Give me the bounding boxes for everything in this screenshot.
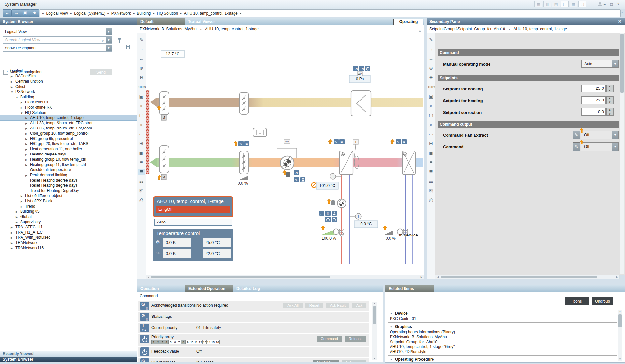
tree-item[interactable]: ▶H/C group 65, precontrol (0, 136, 137, 141)
tree-item[interactable]: ▶H/C grp_20, flow temp_ctrl, TABS (0, 141, 137, 146)
priority-cell[interactable]: 5 (168, 340, 173, 344)
manual-operating-mode-select[interactable]: Auto ▼ (581, 60, 619, 68)
priority-cell[interactable]: 8 (181, 340, 185, 344)
layers-icon[interactable]: ≡ (138, 160, 145, 165)
priority-cell[interactable]: 13 (202, 340, 206, 344)
search-input[interactable]: Search Logical View ⌕ ▼ (3, 36, 112, 44)
zoom-out-icon[interactable]: ⊖ (138, 75, 145, 80)
layers-icon[interactable]: ≡ (428, 160, 434, 165)
maximize-icon[interactable]: □ (610, 2, 616, 7)
tree-item[interactable]: ▶TRA_H1_ATEC (0, 230, 137, 235)
tree-item[interactable]: ▶AHU 33, temp_&hum_ctrl,ERC strat (0, 120, 137, 126)
setpoint-heating-stepper[interactable] (606, 96, 614, 104)
setpoint-correction-stepper[interactable] (606, 108, 614, 116)
in-service-button[interactable]: In Service (342, 360, 366, 362)
description-select[interactable]: Show Description▼ (3, 45, 112, 52)
rect-select-icon[interactable]: ▭ (138, 131, 145, 137)
tree-item[interactable]: ▶Heating group 10, flow temp_ctrl (0, 157, 137, 162)
tree-item[interactable]: ▶CentralFunction (0, 79, 137, 84)
tree-item[interactable]: ▶BACnetSim (0, 74, 137, 79)
breadcrumb-segment[interactable]: Building (137, 11, 151, 16)
tree-item[interactable]: ▶TRA_With_NotUsed (0, 235, 137, 240)
breadcrumb-search-icon[interactable]: ⌕ (621, 10, 623, 15)
ahu-mode-field[interactable]: Auto (154, 219, 232, 226)
section-expander-icon[interactable]: ▼ (390, 358, 392, 361)
command-select[interactable]: Off ▼ (581, 142, 619, 151)
chevron-down-icon[interactable]: ▼ (612, 143, 618, 151)
tree-item[interactable]: ▶Global (0, 214, 137, 219)
magnifier-icon[interactable]: ⌕ (138, 103, 145, 109)
tree-item[interactable]: ▶Heating group 11, flow temp_ctrl (0, 162, 137, 167)
reset-button[interactable]: Reset (305, 303, 323, 308)
tab-related-items[interactable]: Related Items (385, 285, 434, 292)
priority-cell[interactable]: 1 (151, 340, 156, 344)
priority-cell[interactable]: 16 (215, 340, 220, 344)
close-icon[interactable]: × (617, 2, 623, 7)
tree-item[interactable]: Trend for Heating DegreDay (0, 188, 137, 193)
priority-cell[interactable]: 6 (173, 340, 177, 344)
chevron-down-icon[interactable]: ▼ (106, 28, 112, 35)
ahu-object-box[interactable]: AHU 10, temp_control, 1-stage EmgOff (153, 196, 233, 217)
forward-button[interactable]: → (12, 9, 21, 17)
related-item[interactable]: AHU 10, temp,control, 1-stage "Grey" (390, 344, 455, 349)
tab-operation[interactable]: Operation (137, 285, 185, 292)
favorite-button[interactable]: ★ (30, 9, 39, 17)
setpoint-cooling-stepper[interactable] (606, 85, 614, 92)
view-select[interactable]: Logical View▼ (3, 28, 112, 35)
priority-cell[interactable]: 10 (190, 340, 194, 344)
canvas-hscrollbar[interactable]: ◄ ► (146, 275, 424, 279)
command-fan-extract-select[interactable]: Off ▼ (581, 131, 619, 139)
related-section-header[interactable]: ▼Graphics (390, 324, 412, 329)
tree-item[interactable]: ▶Heat generation 11, one boiler (0, 146, 137, 152)
zoom-fit-icon[interactable]: ▣ (138, 94, 145, 99)
select-area-icon[interactable]: ▢ (138, 113, 145, 118)
zoom-out-icon[interactable]: ⊖ (428, 75, 434, 80)
frame-icon[interactable]: ▣ (138, 150, 145, 156)
filter-icon[interactable] (117, 38, 121, 43)
tree-item[interactable]: ▼HQ Solution (0, 110, 137, 115)
tree-item[interactable]: ▶TRANetwork (0, 240, 137, 245)
related-item[interactable]: PXNetwork_B_Solutions_MyAhu (390, 335, 447, 339)
setpoint-heating-field[interactable]: 22.0 (581, 96, 606, 104)
zoom-fit-icon[interactable]: ▣ (428, 94, 434, 99)
filter-lines-icon[interactable]: ⚏ (138, 179, 145, 184)
pan-right-icon[interactable]: → (138, 47, 145, 52)
tree-item[interactable]: ▶TRANetwork116 (0, 245, 137, 250)
tab-detailed-log[interactable]: Detailed Log (233, 285, 281, 292)
breadcrumb-segment[interactable]: Logical View (46, 11, 68, 16)
pen-icon[interactable]: ✎ (138, 37, 145, 43)
breadcrumb[interactable]: ▸Logical View▸Logical (System1)▸PXNetwor… (40, 9, 621, 17)
tree-item[interactable]: ▶Trend (0, 204, 137, 209)
related-section-header[interactable]: ▼Operating Procedure (390, 357, 434, 362)
tab-default[interactable]: Default (137, 18, 185, 25)
grid-icon[interactable]: ⊞ (138, 141, 145, 146)
tree-item[interactable]: ▶Cool_group 10, flow temp_control (0, 131, 137, 136)
tree-item[interactable]: Outside air temperature (0, 167, 137, 172)
zoom-in-icon[interactable]: ⊕ (138, 65, 145, 71)
command-button[interactable]: Command (317, 336, 342, 342)
layout-blank-icon[interactable]: ▢ (561, 1, 569, 7)
chevron-down-icon[interactable]: ▼ (612, 131, 618, 139)
ack-all-button[interactable]: Ack All (283, 303, 303, 308)
save-icon[interactable] (126, 45, 130, 49)
icons-button[interactable]: Icons (565, 297, 589, 305)
frame-icon[interactable]: ▣ (428, 150, 434, 156)
edit-pencil-icon[interactable]: ✎ (573, 131, 580, 139)
secondary-vscrollbar[interactable] (620, 33, 624, 274)
breadcrumb-segment[interactable]: PXNetwork (111, 11, 131, 16)
pan-right-icon[interactable]: → (428, 47, 434, 52)
minimize-icon[interactable]: – (604, 2, 609, 7)
recently-viewed-bar[interactable]: Recently Viewed (0, 350, 137, 357)
priority-cell[interactable]: 9 (185, 340, 190, 344)
tab-textual-viewer[interactable]: Textual Viewer (185, 18, 232, 25)
magnifier-icon[interactable]: ⌕ (428, 103, 434, 109)
close-icon[interactable]: ✕ (618, 18, 622, 25)
ungroup-button[interactable]: Ungroup (592, 297, 613, 305)
setpoint-cooling-field[interactable]: 25.0 (581, 85, 606, 92)
print-icon[interactable]: ⎙ (138, 197, 145, 203)
search-icon[interactable]: ⌕ (102, 37, 104, 44)
priority-cell[interactable]: 3 (160, 340, 164, 344)
tree-item[interactable]: ▼PXNetwork (0, 89, 137, 94)
tree-item[interactable]: ▶Heating degree days (0, 152, 137, 157)
operation-vscrollbar[interactable]: ▲ ▼ (372, 302, 377, 360)
